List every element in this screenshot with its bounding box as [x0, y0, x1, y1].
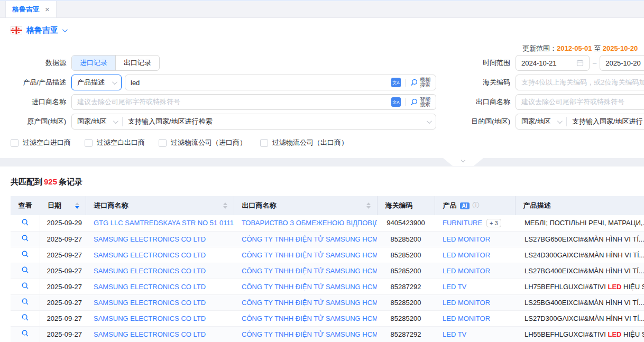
exporter-link[interactable]: CÔNG TY TNHH ĐIỆN TỬ SAMSUNG HCMC... [234, 231, 377, 247]
country-selector[interactable]: 格鲁吉亚 [0, 18, 644, 41]
exporter-link[interactable]: CÔNG TY TNHH ĐIỆN TỬ SAMSUNG HCMC... [234, 263, 377, 279]
checkbox-label: 过滤空白进口商 [23, 138, 71, 147]
magnifier-view-icon[interactable] [21, 218, 29, 226]
product-link[interactable]: LED MONITOR [435, 294, 515, 310]
view-record-cell[interactable] [11, 310, 40, 326]
exporter-name-input[interactable]: 建议去除公司尾部字符或特殊符号 [516, 94, 644, 110]
hs-code-cell: 85285200 [377, 231, 435, 247]
exporter-link[interactable]: CÔNG TY TNHH ĐIỆN TỬ SAMSUNG HCMC... [234, 294, 377, 310]
tab-export-records[interactable]: 出口记录 [115, 56, 159, 70]
tab-import-records[interactable]: 进口记录 [72, 56, 115, 70]
hs-code-cell: 85285200 [377, 294, 435, 310]
sort-icon-exporter[interactable] [366, 202, 371, 209]
table-row: 2025-09-29 GTG LLC SAMTREDSKAYA STR NO 5… [11, 215, 644, 231]
product-description-cell: LS25BG400EIXCI#&MÀN HÌNH VI TÍ... [515, 294, 644, 310]
destination-country-select[interactable]: 国家/地区 支持输入国家/地区进行 [516, 114, 644, 130]
magnifier-view-icon[interactable] [21, 313, 29, 321]
date-from-input[interactable]: 2024-10-21 [516, 55, 590, 71]
importer-link[interactable]: SAMSUNG ELECTRONICS CO LTD [86, 263, 234, 279]
product-link[interactable]: LED TV [435, 279, 515, 294]
date-to-input[interactable]: 2025-10-20 [600, 55, 644, 71]
filter-checkbox-0[interactable]: 过滤空白进口商 [11, 138, 71, 147]
checkbox-icon[interactable] [260, 139, 268, 147]
importer-link[interactable]: SAMSUNG ELECTRONICS CO LTD [86, 310, 234, 326]
hs-code-cell: 85285200 [377, 310, 435, 326]
product-link[interactable]: LED MONITOR [435, 247, 515, 263]
checkbox-icon[interactable] [159, 139, 167, 147]
divider [405, 79, 406, 87]
panel-collapse-band [0, 158, 644, 167]
product-link[interactable]: LED MONITOR [435, 263, 515, 279]
magnifier-view-icon[interactable] [21, 250, 29, 258]
magnifier-view-icon[interactable] [21, 266, 29, 274]
col-header-date[interactable]: 日期 [40, 196, 86, 215]
importer-link[interactable]: SAMSUNG ELECTRONICS CO LTD [86, 247, 234, 263]
magnifier-view-icon[interactable] [21, 234, 29, 242]
checkbox-icon[interactable] [85, 139, 93, 147]
checkbox-icon[interactable] [11, 139, 19, 147]
exporter-link[interactable]: CÔNG TY TNHH ĐIỆN TỬ SAMSUNG HCMC... [234, 310, 377, 326]
exporter-link[interactable]: CÔNG TY TNHH ĐIỆN TỬ SAMSUNG HCMC... [234, 326, 377, 342]
collapse-panel-button[interactable] [443, 158, 483, 166]
product-link[interactable]: FURNITURE+ 3 [435, 215, 515, 231]
product-link[interactable]: LED MONITOR [435, 231, 515, 247]
filter-checkbox-row: 过滤空白进口商过滤空白出口商过滤物流公司（进口商）过滤物流公司（出口商） [0, 138, 644, 147]
exporter-link[interactable]: CÔNG TY TNHH ĐIỆN TỬ SAMSUNG HCMC... [234, 279, 377, 294]
col-header-exporter[interactable]: 出口商名称 [234, 196, 377, 215]
importer-link[interactable]: SAMSUNG ELECTRONICS CO LTD [86, 279, 234, 294]
hs-code-cell: 85285200 [377, 247, 435, 263]
hs-code-input[interactable]: 支持4位以上海关编码，或2位海关编码加 [516, 75, 644, 90]
importer-name-input[interactable]: 建议去除公司尾部字符或特殊符号 文A 智能搜索 [71, 94, 436, 110]
magnifier-view-icon[interactable] [21, 282, 29, 290]
smart-search-button[interactable]: 智能搜索 [410, 97, 430, 107]
product-description-cell: LS24D300GAIXCI#&MÀN HÌNH VI TÍ... [515, 247, 644, 263]
date-cell: 2025-09-29 [40, 215, 86, 231]
browser-tab-georgia[interactable]: 格鲁吉亚 × [5, 1, 57, 17]
page-title-country: 格鲁吉亚 [26, 25, 58, 35]
filter-checkbox-2[interactable]: 过滤物流公司（进口商） [159, 138, 246, 147]
importer-link[interactable]: SAMSUNG ELECTRONICS CO LTD [86, 326, 234, 342]
origin-country-select[interactable]: 国家/地区 支持输入国家/地区进行检索 [71, 114, 436, 130]
product-link[interactable]: LED MONITOR [435, 310, 515, 326]
view-record-cell[interactable] [11, 326, 40, 342]
magnifier-view-icon[interactable] [21, 298, 29, 306]
sort-icon-importer[interactable] [223, 202, 227, 209]
product-link[interactable]: LED TV [435, 326, 515, 342]
importer-link[interactable]: SAMSUNG ELECTRONICS CO LTD [86, 231, 234, 247]
chevron-down-icon [62, 27, 68, 32]
view-record-cell[interactable] [11, 294, 40, 310]
view-record-cell[interactable] [11, 279, 40, 294]
chevron-down-icon [113, 118, 118, 124]
date-cell: 2025-09-27 [40, 247, 86, 263]
col-header-importer[interactable]: 进口商名称 [86, 196, 234, 215]
translate-icon[interactable]: 文A [391, 78, 401, 87]
filter-checkbox-1[interactable]: 过滤空白出口商 [85, 138, 145, 147]
date-cell: 2025-09-27 [40, 294, 86, 310]
time-range-label: 时间范围 [436, 58, 516, 68]
info-icon[interactable]: ⓘ [473, 201, 480, 210]
product-type-select[interactable]: 产品描述 [71, 75, 122, 90]
view-record-cell[interactable] [11, 247, 40, 263]
importer-link[interactable]: SAMSUNG ELECTRONICS CO LTD [86, 294, 234, 310]
more-products-badge[interactable]: + 3 [486, 219, 501, 227]
product-search-input[interactable]: led 文A 模糊搜索 [125, 75, 436, 90]
view-record-cell[interactable] [11, 215, 40, 231]
magnifier-view-icon[interactable] [21, 329, 29, 337]
checkbox-label: 过滤物流公司（出口商） [272, 138, 348, 147]
exporter-link[interactable]: ТОВАРИСТВО З ОБМЕЖЕНОЮ ВІДПОВІД... [234, 215, 377, 231]
checkbox-label: 过滤空白出口商 [97, 138, 145, 147]
sort-icon-date[interactable] [75, 202, 79, 209]
view-record-cell[interactable] [11, 231, 40, 247]
filter-checkbox-3[interactable]: 过滤物流公司（出口商） [260, 138, 348, 147]
update-range-from: 2012-05-01 [557, 44, 592, 52]
fuzzy-search-button[interactable]: 模糊搜索 [410, 77, 430, 88]
chevron-down-icon [427, 118, 432, 124]
translate-icon[interactable]: 文A [391, 97, 401, 107]
col-header-view: 查看 [11, 196, 40, 215]
update-range-text: 更新范围：2012-05-01 至 2025-10-20 [522, 44, 638, 53]
exporter-link[interactable]: CÔNG TY TNHH ĐIỆN TỬ SAMSUNG HCMC... [234, 247, 377, 263]
importer-link[interactable]: GTG LLC SAMTREDSKAYA STR NO 51 01119... [86, 215, 234, 231]
close-icon[interactable]: × [45, 5, 50, 14]
view-record-cell[interactable] [11, 263, 40, 279]
browser-tab-label: 格鲁吉亚 [12, 5, 40, 14]
